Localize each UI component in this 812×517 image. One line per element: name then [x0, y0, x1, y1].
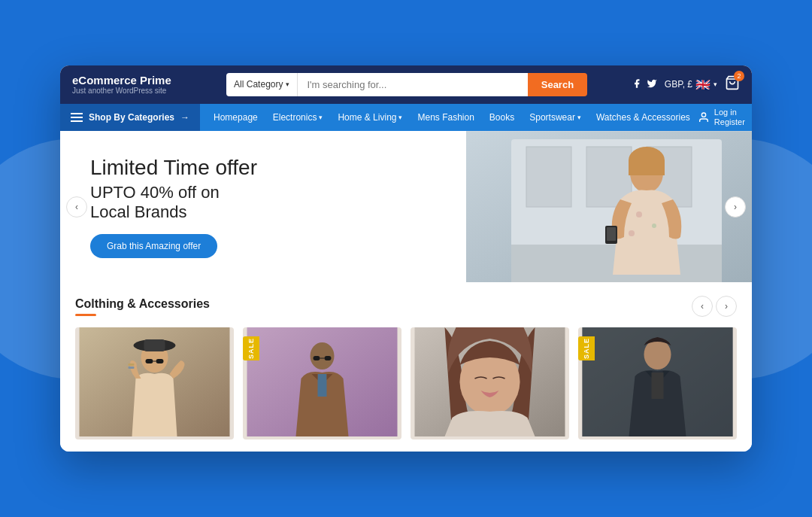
svg-point-11 [636, 211, 642, 217]
hero-cta-button[interactable]: Grab this Amazing offer [90, 234, 217, 258]
product-grid: SALE [75, 327, 737, 439]
brand-name: eCommerce Prime [72, 74, 185, 87]
search-input[interactable] [298, 73, 527, 96]
brand-tagline: Just another WordPress site [72, 87, 185, 95]
svg-rect-23 [129, 363, 135, 366]
product-image-3 [411, 327, 569, 436]
nav-link-books[interactable]: Books [482, 104, 522, 131]
search-button[interactable]: Search [528, 73, 587, 96]
nav-links: Homepage Electronics ▾ Home & Living ▾ M… [200, 104, 698, 131]
product-card-2[interactable]: SALE [243, 327, 401, 439]
hero-title: Limited Time offer [90, 155, 436, 181]
svg-rect-28 [325, 356, 332, 360]
electronics-chevron-icon: ▾ [319, 114, 323, 121]
nav-link-sportswear[interactable]: Sportswear ▾ [522, 104, 589, 131]
product-card-4[interactable]: SALE [578, 327, 737, 439]
hero-prev-icon: ‹ [75, 202, 78, 212]
login-register-button[interactable]: Log in Register [698, 108, 745, 127]
product-image-2 [243, 327, 401, 436]
nav-link-home-living[interactable]: Home & Living ▾ [330, 104, 410, 131]
top-right: 𝅵 GBP, £ 🇬🇧 ▾ 2 [629, 75, 740, 93]
cart-button[interactable]: 2 [725, 75, 740, 93]
svg-point-12 [652, 224, 656, 228]
category-dropdown[interactable]: All Category ▾ [226, 73, 298, 96]
svg-rect-27 [314, 356, 320, 360]
hero-next-icon: › [734, 202, 737, 212]
hero-banner: ‹ Limited Time offer UPTO 40% off on Loc… [60, 131, 752, 283]
social-icons: 𝅵 [629, 78, 657, 91]
chevron-down-icon: ▾ [286, 81, 289, 88]
hero-subtitle: UPTO 40% off on [90, 183, 436, 202]
product-image-4 [578, 327, 737, 436]
svg-point-13 [629, 230, 635, 236]
svg-rect-4 [526, 147, 571, 207]
products-next-button[interactable]: › [716, 296, 737, 317]
cart-badge: 2 [734, 71, 744, 81]
section-title-wrap: Colthing & Accessories [75, 297, 210, 316]
currency-selector[interactable]: GBP, £ 🇬🇧 ▾ [665, 78, 717, 92]
nav-link-mens-fashion[interactable]: Mens Fashion [410, 104, 481, 131]
svg-rect-10 [629, 160, 665, 175]
register-label: Register [714, 117, 745, 127]
hero-content: Limited Time offer UPTO 40% off on Local… [60, 131, 466, 283]
twitter-icon[interactable] [647, 78, 657, 91]
currency-chevron-icon: ▾ [714, 81, 717, 88]
products-prev-button[interactable]: ‹ [692, 296, 713, 317]
hero-next-button[interactable]: › [725, 196, 746, 217]
home-living-chevron-icon: ▾ [398, 114, 402, 121]
category-label: All Category [234, 79, 283, 90]
shop-by-cat-label: Shop By Categories [89, 112, 174, 123]
nav-right: Log in Register 2 [698, 108, 752, 127]
facebook-icon[interactable]: 𝅵 [629, 78, 642, 91]
svg-point-35 [644, 339, 671, 370]
svg-rect-20 [146, 359, 153, 363]
svg-rect-24 [129, 366, 135, 369]
product-card-3[interactable] [411, 327, 569, 439]
nav-link-homepage[interactable]: Homepage [206, 104, 265, 131]
section-header: Colthing & Accessories ‹ › [75, 296, 737, 317]
hero-subtitle2: Local Brands [90, 202, 436, 222]
svg-point-26 [311, 342, 335, 370]
products-section: Colthing & Accessories ‹ › [60, 282, 752, 452]
hamburger-icon [71, 113, 83, 122]
top-bar: eCommerce Prime Just another WordPress s… [60, 65, 752, 104]
svg-rect-19 [144, 339, 165, 351]
products-next-icon: › [725, 301, 728, 312]
login-label: Log in [714, 108, 745, 117]
section-nav: ‹ › [692, 296, 737, 317]
shop-by-categories-button[interactable]: Shop By Categories → [60, 104, 200, 131]
flag-icon: 🇬🇧 [695, 78, 710, 92]
section-underline [75, 314, 96, 316]
page-wrapper: eCommerce Prime Just another WordPress s… [0, 0, 812, 517]
product-card-1[interactable] [75, 327, 234, 439]
sale-badge-2: SALE [243, 336, 259, 360]
hero-prev-button[interactable]: ‹ [66, 196, 87, 217]
sale-badge-4: SALE [578, 336, 595, 360]
browser-window: eCommerce Prime Just another WordPress s… [60, 65, 752, 452]
nav-left: Shop By Categories → Homepage Electronic… [60, 104, 698, 131]
product-image-1 [75, 327, 234, 436]
nav-link-electronics[interactable]: Electronics ▾ [265, 104, 331, 131]
svg-rect-21 [156, 359, 164, 363]
search-bar: All Category ▾ Search [226, 73, 587, 96]
nav-bar: Shop By Categories → Homepage Electronic… [60, 104, 752, 131]
nav-link-watches[interactable]: Watches & Accessories [589, 104, 698, 131]
svg-rect-15 [607, 227, 616, 241]
section-title: Colthing & Accessories [75, 297, 210, 311]
brand-area: eCommerce Prime Just another WordPress s… [72, 74, 185, 95]
products-prev-icon: ‹ [701, 301, 704, 312]
svg-rect-30 [318, 374, 327, 397]
svg-rect-36 [652, 373, 664, 399]
shop-cat-arrow-icon: → [180, 112, 189, 123]
svg-point-1 [701, 113, 705, 117]
sportswear-chevron-icon: ▾ [577, 114, 581, 121]
hero-person-svg [466, 132, 752, 282]
currency-label: GBP, £ [665, 79, 692, 90]
hero-image [466, 131, 752, 283]
user-icon [698, 111, 710, 123]
